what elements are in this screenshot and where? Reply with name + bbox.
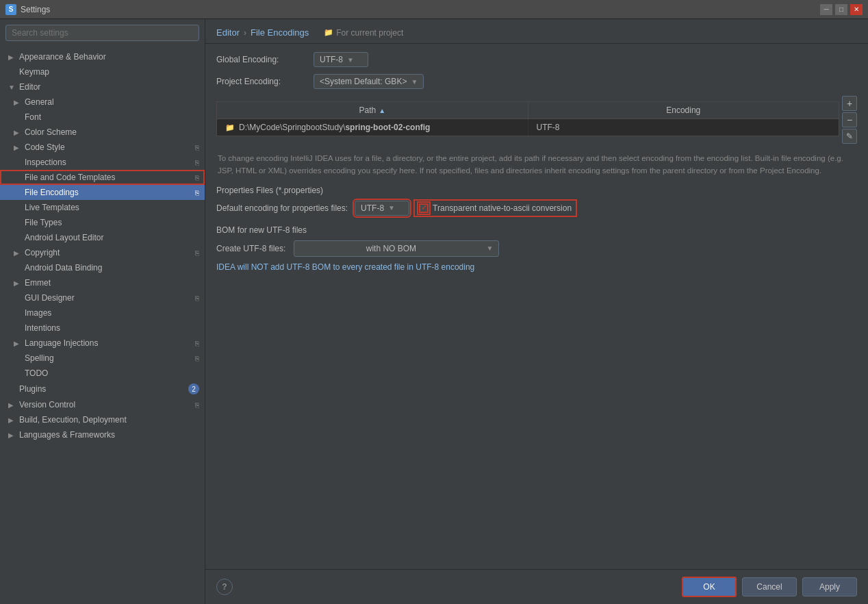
tree-arrow-language-injections [14,340,22,347]
sidebar-item-copyright[interactable]: Copyright ⎘ [0,245,205,260]
idea-note-link: UTF-8 BOM [286,262,331,272]
add-encoding-button[interactable]: + [842,96,857,111]
sidebar-item-spelling[interactable]: Spelling ⎘ [0,351,205,366]
project-encoding-row: Project Encoding: <System Default: GBK> … [216,74,857,89]
transparent-checkbox[interactable] [419,203,429,213]
tree-arrow-color-scheme [14,129,22,136]
path-value: D:\MyCode\SpringbootStudy\spring-boot-02… [239,123,430,132]
tree-arrow-emmet [14,279,22,287]
idea-note-suffix: to every created file in UTF-8 encoding [331,262,474,272]
bottom-bar: ? OK Cancel Apply [205,569,868,604]
col-header-encoding: Encoding [528,102,839,118]
sidebar-item-live-templates[interactable]: Live Templates [0,200,205,215]
sidebar-item-code-style[interactable]: Code Style ⎘ [0,140,205,155]
info-text: To change encoding IntelliJ IDEA uses fo… [216,152,857,177]
tree-arrow-copyright [14,249,22,257]
transparent-label: Transparent native-to-ascii conversion [433,203,572,213]
sidebar-item-intentions[interactable]: Intentions [0,320,205,336]
search-input[interactable] [5,25,199,41]
encoding-table-wrapper: Path ▲ Encoding 📁 D:\MyCode\SpringbootSt… [216,96,857,144]
default-encoding-value: UTF-8 [361,203,384,213]
edit-encoding-button[interactable]: ✎ [842,129,857,144]
sidebar-item-android-layout-editor[interactable]: Android Layout Editor [0,230,205,245]
sidebar-item-todo[interactable]: TODO [0,366,205,381]
tree-arrow-editor [8,84,16,91]
project-label: For current project [336,28,403,38]
breadcrumb: Editor › File Encodings 📁 For current pr… [205,19,868,44]
sidebar-item-gui-designer[interactable]: GUI Designer ⎘ [0,290,205,305]
sidebar-item-color-scheme[interactable]: Color Scheme [0,125,205,140]
project-icon: 📁 [324,28,333,37]
idea-note-prefix: IDEA will NOT add [216,262,286,272]
default-encoding-label: Default encoding for properties files: [216,203,348,213]
properties-section-title: Properties Files (*.properties) [216,186,857,195]
sidebar-item-emmet[interactable]: Emmet [0,275,205,290]
sidebar-item-file-code-templates[interactable]: File and Code Templates ⎘ [0,170,205,185]
breadcrumb-current: File Encodings [251,27,309,38]
main-container: Appearance & Behavior Keymap Editor Gene… [0,19,868,604]
sidebar-item-keymap[interactable]: Keymap [0,64,205,79]
tree-arrow-appearance [8,53,16,61]
minimize-button[interactable]: ─ [820,4,832,15]
sidebar-item-font[interactable]: Font [0,110,205,125]
tree-arrow-languages-frameworks [8,431,16,439]
tree-arrow-general [14,99,22,106]
table-actions: + − ✎ [842,96,857,144]
create-utf8-dropdown[interactable]: with NO BOM ▼ [294,240,499,257]
tree-container: Appearance & Behavior Keymap Editor Gene… [0,47,205,604]
sidebar-item-file-encodings[interactable]: File Encodings ⎘ [0,185,205,200]
global-encoding-arrow: ▼ [347,56,354,64]
app-icon: S [5,4,16,15]
default-encoding-row: Default encoding for properties files: U… [216,201,857,216]
project-encoding-value: <System Default: GBK> [320,77,407,86]
project-encoding-dropdown[interactable]: <System Default: GBK> ▼ [314,74,424,89]
sidebar-item-appearance[interactable]: Appearance & Behavior [0,49,205,64]
bom-dropdown-arrow: ▼ [486,244,493,252]
window-title: Settings [21,5,816,14]
sidebar-item-android-data-binding[interactable]: Android Data Binding [0,260,205,275]
encoding-value: UTF-8 [537,123,560,132]
create-utf8-label: Create UTF-8 files: [216,244,285,253]
sidebar-item-languages-frameworks[interactable]: Languages & Frameworks [0,427,205,442]
close-button[interactable]: ✕ [850,4,863,15]
bom-section-title: BOM for new UTF-8 files [216,225,857,235]
transparent-checkbox-wrapper: Transparent native-to-ascii conversion [416,202,574,214]
maximize-button[interactable]: □ [835,4,847,15]
global-encoding-dropdown[interactable]: UTF-8 ▼ [314,52,368,67]
project-encoding-label: Project Encoding: [216,77,305,86]
global-encoding-value: UTF-8 [320,55,343,64]
window-controls: ─ □ ✕ [820,4,863,15]
sidebar-item-editor[interactable]: Editor [0,79,205,95]
sidebar-item-inspections[interactable]: Inspections ⎘ [0,155,205,170]
create-utf8-value: with NO BOM [300,244,482,253]
project-encoding-arrow: ▼ [411,78,418,86]
breadcrumb-parent: Editor [216,27,240,38]
ok-button[interactable]: OK [682,577,737,597]
sidebar-item-build-execution[interactable]: Build, Execution, Deployment [0,412,205,427]
remove-encoding-button[interactable]: − [842,112,857,127]
titlebar: S Settings ─ □ ✕ [0,0,868,19]
idea-note: IDEA will NOT add UTF-8 BOM to every cre… [216,262,857,272]
sidebar-item-general[interactable]: General [0,95,205,110]
tree-arrow-build-execution [8,416,16,424]
bom-row: Create UTF-8 files: with NO BOM ▼ [216,240,857,257]
folder-icon: 📁 [225,123,235,132]
sort-icon: ▲ [379,107,385,114]
cancel-button[interactable]: Cancel [742,577,797,596]
sidebar-item-language-injections[interactable]: Language Injections ⎘ [0,336,205,351]
content-body: Global Encoding: UTF-8 ▼ Project Encodin… [205,44,868,569]
sidebar-item-images[interactable]: Images [0,305,205,320]
sidebar-item-file-types[interactable]: File Types [0,215,205,230]
apply-button[interactable]: Apply [802,577,857,596]
sidebar-item-plugins[interactable]: Plugins 2 [0,381,205,397]
default-encoding-dropdown[interactable]: UTF-8 ▼ [355,201,409,216]
sidebar-item-version-control[interactable]: Version Control ⎘ [0,397,205,412]
breadcrumb-separator: › [244,28,246,38]
global-encoding-row: Global Encoding: UTF-8 ▼ [216,52,857,67]
sidebar: Appearance & Behavior Keymap Editor Gene… [0,19,205,604]
default-encoding-arrow: ▼ [388,204,395,212]
help-button[interactable]: ? [216,579,233,595]
breadcrumb-project: 📁 For current project [324,28,403,38]
table-row[interactable]: 📁 D:\MyCode\SpringbootStudy\spring-boot-… [217,119,839,136]
col-header-path: Path ▲ [217,102,528,118]
